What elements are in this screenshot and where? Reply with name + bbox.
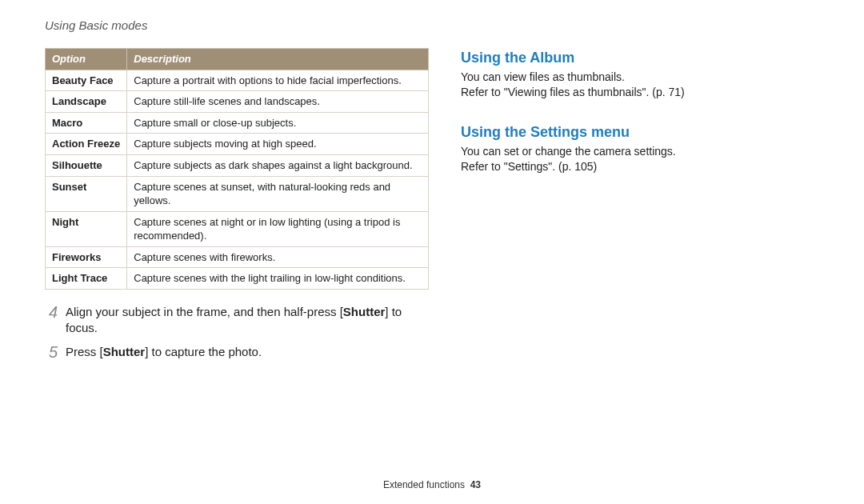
option-name: Landscape	[46, 91, 127, 113]
option-description: Capture scenes with fireworks.	[127, 246, 429, 268]
option-description: Capture still-life scenes and landscapes…	[127, 91, 429, 113]
option-description: Capture small or close-up subjects.	[127, 112, 429, 134]
breadcrumb: Using Basic modes	[45, 18, 429, 34]
left-column: Using Basic modes Option Description Bea…	[45, 18, 429, 369]
page-number: 43	[470, 479, 481, 490]
option-name: Silhouette	[46, 154, 127, 176]
option-name: Sunset	[46, 176, 127, 211]
option-name: Fireworks	[46, 246, 127, 268]
section-line: Refer to "Settings". (p. 105)	[461, 159, 813, 174]
step-number: 4	[45, 304, 58, 320]
steps-list: 4Align your subject in the frame, and th…	[45, 304, 429, 361]
section-line: You can view files as thumbnails.	[461, 70, 813, 85]
section-heading: Using the Album	[461, 48, 813, 67]
step-number: 5	[45, 344, 58, 360]
manual-page: Using Basic modes Option Description Bea…	[0, 0, 864, 369]
option-description: Capture a portrait with options to hide …	[127, 70, 429, 91]
step-text: Press [Shutter] to capture the photo.	[66, 344, 262, 360]
section-heading: Using the Settings menu	[461, 122, 813, 142]
table-header-description: Description	[127, 49, 429, 70]
option-description: Capture scenes with the light trailing i…	[127, 268, 429, 290]
option-name: Action Freeze	[46, 134, 127, 155]
option-name: Night	[46, 211, 127, 246]
step: 4Align your subject in the frame, and th…	[45, 304, 429, 337]
option-name: Macro	[46, 112, 127, 134]
table-row: FireworksCapture scenes with fireworks.	[46, 246, 429, 268]
options-table: Option Description Beauty FaceCapture a …	[45, 48, 429, 290]
option-description: Capture scenes at night or in low lighti…	[127, 211, 429, 246]
section-line: Refer to "Viewing files as thumbnails". …	[461, 85, 813, 100]
option-name: Light Trace	[46, 268, 127, 290]
table-row: Beauty FaceCapture a portrait with optio…	[46, 70, 429, 91]
option-description: Capture scenes at sunset, with natural-l…	[127, 176, 429, 211]
table-row: NightCapture scenes at night or in low l…	[46, 211, 429, 246]
table-header-option: Option	[46, 49, 127, 70]
table-row: SilhouetteCapture subjects as dark shape…	[46, 154, 429, 176]
section-line: You can set or change the camera setting…	[461, 144, 813, 159]
footer-label: Extended functions	[383, 479, 465, 490]
step: 5Press [Shutter] to capture the photo.	[45, 344, 429, 360]
table-row: LandscapeCapture still-life scenes and l…	[46, 91, 429, 113]
table-row: Light TraceCapture scenes with the light…	[46, 268, 429, 290]
step-text: Align your subject in the frame, and the…	[66, 304, 429, 337]
table-row: SunsetCapture scenes at sunset, with nat…	[46, 176, 429, 211]
section: Using the AlbumYou can view files as thu…	[461, 48, 813, 100]
option-description: Capture subjects moving at high speed.	[127, 134, 429, 155]
section: Using the Settings menuYou can set or ch…	[461, 122, 813, 174]
table-row: MacroCapture small or close-up subjects.	[46, 112, 429, 134]
table-row: Action FreezeCapture subjects moving at …	[46, 134, 429, 155]
option-name: Beauty Face	[46, 70, 127, 91]
option-description: Capture subjects as dark shapes against …	[127, 154, 429, 176]
page-footer: Extended functions 43	[0, 478, 864, 491]
right-column: Using the AlbumYou can view files as thu…	[461, 18, 813, 369]
